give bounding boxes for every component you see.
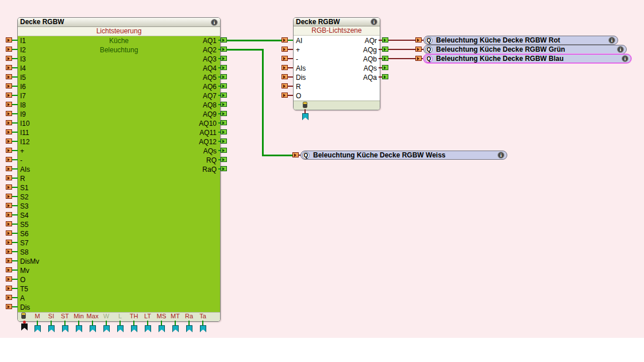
input-connector[interactable]	[6, 267, 12, 272]
block2-body[interactable]: AI+-AIsDisROAQrAQgAQbAQsAQa	[294, 36, 380, 101]
input-connector[interactable]	[281, 56, 288, 61]
output-connector[interactable]	[382, 65, 388, 70]
input-connector[interactable]	[6, 83, 12, 88]
input-port-label: AIs	[20, 165, 30, 174]
output-connector[interactable]	[221, 93, 227, 98]
input-connector[interactable]	[6, 276, 12, 282]
input-connector[interactable]	[6, 157, 12, 162]
input-connector[interactable]	[6, 102, 12, 107]
wiring-canvas[interactable]: Decke RGBW i Lichtsteuerung I1I2I3I4I5I6…	[0, 0, 644, 362]
block1-title: Decke RGBW	[20, 18, 64, 26]
input-connector[interactable]	[6, 148, 12, 153]
input-connector[interactable]	[6, 221, 12, 226]
input-connector[interactable]	[281, 37, 288, 43]
input-connector[interactable]	[6, 120, 12, 125]
input-connector[interactable]	[6, 175, 12, 180]
q-icon: Q	[425, 46, 433, 53]
input-stub	[12, 86, 18, 87]
info-icon[interactable]: i	[371, 18, 377, 25]
input-connector[interactable]	[6, 56, 12, 61]
connector-arrow-icon	[283, 75, 286, 79]
wire-rgb-1	[388, 49, 415, 50]
output-connector[interactable]	[221, 148, 227, 153]
output-connector[interactable]	[221, 157, 227, 162]
wire-aq2-h2	[262, 155, 292, 156]
output-connector[interactable]	[221, 83, 227, 88]
connector-arrow-icon	[7, 305, 10, 309]
input-stub	[12, 132, 18, 133]
output-connector[interactable]	[382, 47, 388, 52]
input-connector[interactable]	[6, 184, 12, 190]
output-connector[interactable]	[221, 120, 227, 125]
input-connector[interactable]	[281, 83, 288, 88]
output-connector[interactable]	[382, 56, 388, 61]
input-connector[interactable]	[6, 249, 12, 254]
output-connector[interactable]	[221, 47, 227, 52]
input-connector[interactable]	[6, 295, 12, 300]
input-connector[interactable]	[6, 230, 12, 236]
output-connector[interactable]	[221, 138, 227, 144]
block1-body[interactable]: I1I2I3I4I5I6I7I8I9I10I11I12+-AIsRS1S2S3S…	[18, 36, 220, 312]
wire-aq1-ai	[227, 40, 281, 41]
input-connector[interactable]	[6, 138, 12, 144]
input-connector[interactable]	[6, 304, 12, 309]
actuator-input-connector[interactable]	[415, 47, 422, 52]
actuator-pill[interactable]: QBeleuchtung Küche Decke RGBW Weissi	[300, 151, 507, 160]
function-block-rgb-lichtszene[interactable]: Decke RGBW i RGB-Lichtszene AI+-AIsDisRO…	[293, 17, 380, 110]
input-connector[interactable]	[6, 65, 12, 70]
actuator-input-connector[interactable]	[415, 56, 422, 61]
output-connector[interactable]	[382, 74, 388, 79]
block2-header[interactable]: Decke RGBW i	[294, 18, 380, 26]
input-connector[interactable]	[6, 286, 12, 291]
param-label-M: M	[34, 312, 40, 321]
input-connector[interactable]	[281, 74, 288, 79]
block1-header[interactable]: Decke RGBW i	[18, 18, 220, 27]
input-connector[interactable]	[281, 65, 288, 70]
input-connector[interactable]	[6, 93, 12, 98]
input-connector[interactable]	[281, 93, 288, 98]
input-connector[interactable]	[281, 47, 288, 52]
output-connector[interactable]	[221, 37, 227, 43]
flag-stem	[161, 321, 162, 325]
info-icon[interactable]: i	[498, 152, 504, 159]
output-port-label: RQ	[206, 156, 217, 165]
actuator-pill[interactable]: QBeleuchtung Küche Decke RGBW Blaui	[423, 54, 631, 63]
input-connector[interactable]	[6, 111, 12, 116]
input-connector[interactable]	[6, 258, 12, 263]
output-port-label: AQ5	[203, 73, 217, 82]
actuator-pill[interactable]: QBeleuchtung Küche Decke RGBW Roti	[423, 36, 618, 45]
info-icon[interactable]: i	[622, 55, 628, 62]
output-connector[interactable]	[221, 129, 227, 134]
output-connector[interactable]	[221, 65, 227, 70]
input-connector[interactable]	[6, 74, 12, 79]
input-connector[interactable]	[6, 166, 12, 171]
input-connector[interactable]	[6, 129, 12, 134]
input-connector[interactable]	[6, 212, 12, 217]
output-connector[interactable]	[221, 56, 227, 61]
actuator-input-connector[interactable]	[292, 152, 299, 157]
info-icon[interactable]: i	[617, 46, 624, 53]
connector-arrow-icon	[283, 94, 286, 97]
input-stub	[12, 141, 18, 142]
param-label-LT: LT	[144, 312, 151, 321]
red-dot-marker	[23, 321, 26, 324]
output-connector[interactable]	[221, 111, 227, 116]
input-port-label: S5	[20, 220, 29, 229]
battery-icon	[303, 102, 307, 108]
input-connector[interactable]	[6, 37, 12, 43]
input-connector[interactable]	[6, 194, 12, 199]
output-connector[interactable]	[221, 166, 227, 171]
output-connector[interactable]	[382, 37, 388, 43]
actuator-input-connector[interactable]	[415, 37, 422, 43]
info-icon[interactable]: i	[608, 37, 615, 44]
input-connector[interactable]	[6, 47, 12, 52]
input-connector[interactable]	[6, 240, 12, 245]
output-connector[interactable]	[221, 102, 227, 107]
output-connector[interactable]	[221, 74, 227, 79]
function-block-lichtsteuerung[interactable]: Decke RGBW i Lichtsteuerung I1I2I3I4I5I6…	[17, 17, 221, 322]
actuator-pill[interactable]: QBeleuchtung Küche Decke RGBW Grüni	[423, 45, 627, 54]
info-icon[interactable]: i	[211, 19, 218, 26]
input-connector[interactable]	[6, 203, 12, 208]
connector-arrow-icon	[7, 186, 10, 189]
input-port-label: T5	[20, 284, 28, 294]
